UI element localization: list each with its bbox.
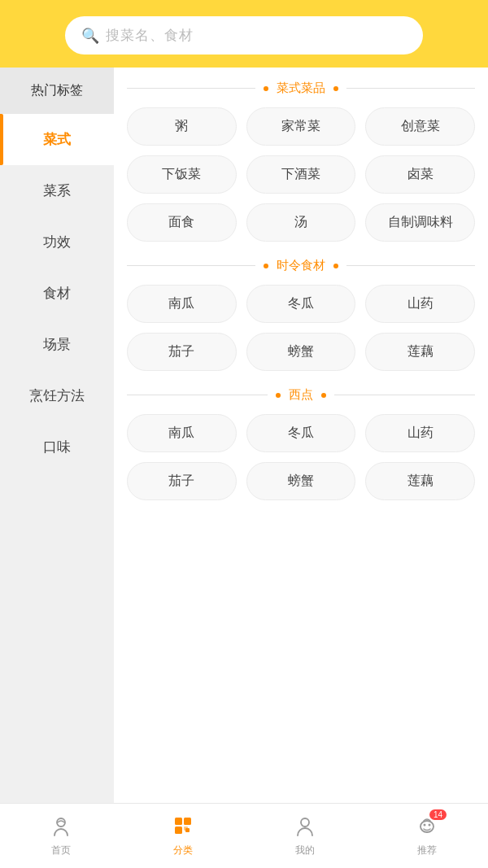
section-line-right	[334, 395, 475, 395]
search-icon: 🔍	[81, 27, 99, 45]
search-placeholder: 搜菜名、食材	[106, 26, 194, 45]
nav-item-home[interactable]: 首页	[0, 814, 122, 857]
mine-icon	[294, 814, 316, 840]
tag-item[interactable]: 茄子	[127, 462, 237, 500]
section-dot-right	[321, 393, 326, 398]
section-line-left	[127, 265, 255, 266]
section-dot-right	[333, 264, 338, 268]
category-icon	[172, 814, 194, 840]
section-title-row: 西点	[127, 387, 475, 403]
tag-item[interactable]: 汤	[246, 203, 356, 242]
tag-item[interactable]: 莲藕	[365, 462, 475, 500]
section-title-text: 西点	[289, 387, 313, 403]
svg-rect-1	[175, 818, 182, 825]
main-content: 菜式菜品粥家常菜创意菜下饭菜下酒菜卤菜面食汤自制调味料时令食材南瓜冬瓜山药茄子螃…	[114, 68, 488, 805]
sidebar-section-header: 热门标签	[0, 68, 114, 114]
home-icon	[50, 814, 72, 840]
bottom-nav: 首页 分类 我的 14推荐	[0, 803, 488, 868]
tag-item[interactable]: 家常菜	[246, 107, 356, 146]
section-title-row: 时令食材	[127, 258, 475, 273]
svg-point-6	[301, 818, 309, 827]
tag-item[interactable]: 自制调味料	[365, 203, 475, 242]
tag-item[interactable]: 山药	[365, 285, 475, 323]
tag-item[interactable]: 下饭菜	[127, 155, 237, 194]
nav-label-home: 首页	[51, 844, 71, 857]
tag-item[interactable]: 卤菜	[365, 155, 475, 194]
tag-item[interactable]: 冬瓜	[246, 414, 356, 452]
section-dot-left	[276, 393, 281, 398]
tag-item[interactable]: 茄子	[127, 333, 237, 371]
section-dot-right	[333, 86, 338, 91]
section-title-text: 菜式菜品	[277, 81, 325, 96]
section-line-right	[346, 88, 475, 89]
tag-item[interactable]: 创意菜	[365, 107, 475, 146]
nav-label-category: 分类	[173, 844, 193, 857]
tags-grid-shiling-shicai: 南瓜冬瓜山药茄子螃蟹莲藕	[127, 285, 475, 371]
svg-point-9	[429, 824, 431, 827]
tag-item[interactable]: 螃蟹	[246, 462, 356, 500]
tag-item[interactable]: 莲藕	[365, 333, 475, 371]
tag-item[interactable]: 南瓜	[127, 414, 237, 452]
tags-grid-xidian: 南瓜冬瓜山药茄子螃蟹莲藕	[127, 414, 475, 500]
section-xidian: 西点南瓜冬瓜山药茄子螃蟹莲藕	[127, 387, 475, 500]
section-line-left	[127, 395, 268, 395]
search-bar[interactable]: 🔍 搜菜名、食材	[65, 16, 423, 55]
nav-label-mine: 我的	[295, 844, 315, 857]
svg-rect-3	[175, 827, 182, 834]
tags-grid-caishi-capin: 粥家常菜创意菜下饭菜下酒菜卤菜面食汤自制调味料	[127, 107, 475, 242]
tag-item[interactable]: 冬瓜	[246, 285, 356, 323]
header: 🔍 搜菜名、食材	[0, 0, 488, 68]
tag-item[interactable]: 山药	[365, 414, 475, 452]
section-title-text: 时令食材	[277, 258, 325, 273]
recommend-icon: 14	[416, 814, 438, 840]
sidebar-item-shicai[interactable]: 食材	[0, 268, 114, 319]
body-layout: 热门标签 菜式菜系功效食材场景烹饪方法口味 菜式菜品粥家常菜创意菜下饭菜下酒菜卤…	[0, 68, 488, 805]
nav-item-mine[interactable]: 我的	[244, 814, 366, 857]
tag-item[interactable]: 螃蟹	[246, 333, 356, 371]
section-dot-left	[264, 264, 268, 268]
svg-point-8	[424, 824, 426, 827]
section-shiling-shicai: 时令食材南瓜冬瓜山药茄子螃蟹莲藕	[127, 258, 475, 371]
sidebar-item-changjing[interactable]: 场景	[0, 319, 114, 370]
tag-item[interactable]: 南瓜	[127, 285, 237, 323]
badge-recommend: 14	[429, 809, 447, 820]
sidebar-item-caishi[interactable]: 菜式	[0, 114, 114, 165]
sidebar: 热门标签 菜式菜系功效食材场景烹饪方法口味	[0, 68, 114, 805]
svg-rect-5	[184, 827, 188, 831]
section-caishi-capin: 菜式菜品粥家常菜创意菜下饭菜下酒菜卤菜面食汤自制调味料	[127, 81, 475, 242]
section-title-row: 菜式菜品	[127, 81, 475, 96]
tag-item[interactable]: 面食	[127, 203, 237, 242]
nav-item-category[interactable]: 分类	[122, 814, 244, 857]
svg-rect-2	[184, 818, 191, 825]
sidebar-item-gongxiao[interactable]: 功效	[0, 216, 114, 268]
sidebar-item-caixi[interactable]: 菜系	[0, 165, 114, 216]
nav-item-recommend[interactable]: 14推荐	[366, 814, 488, 857]
section-line-right	[346, 265, 475, 266]
sidebar-item-kouwei[interactable]: 口味	[0, 421, 114, 473]
tag-item[interactable]: 下酒菜	[246, 155, 356, 194]
tag-item[interactable]: 粥	[127, 107, 237, 146]
section-dot-left	[264, 86, 268, 91]
sidebar-item-pengren[interactable]: 烹饪方法	[0, 370, 114, 421]
nav-label-recommend: 推荐	[417, 844, 437, 857]
section-line-left	[127, 88, 255, 89]
